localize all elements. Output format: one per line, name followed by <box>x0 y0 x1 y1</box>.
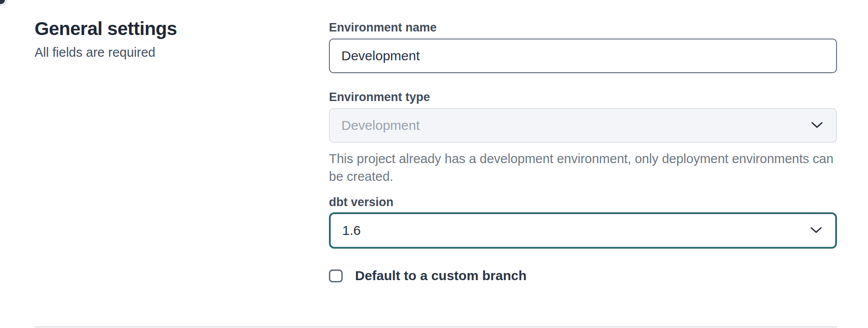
general-settings-section: General settings All fields are required… <box>0 0 868 283</box>
section-intro: General settings All fields are required <box>35 18 329 283</box>
environment-type-label: Environment type <box>329 90 837 105</box>
section-divider <box>35 326 837 328</box>
page-subtitle: All fields are required <box>35 44 329 60</box>
custom-branch-checkbox[interactable] <box>329 269 343 282</box>
page-title: General settings <box>35 18 329 40</box>
environment-type-select: Development <box>329 108 837 143</box>
dbt-version-label: dbt version <box>329 195 837 210</box>
dbt-version-select[interactable]: 1.6 <box>329 212 837 249</box>
chevron-down-icon <box>811 122 823 129</box>
chevron-down-icon <box>810 227 822 234</box>
environment-name-label: Environment name <box>329 20 837 35</box>
dbt-version-value: 1.6 <box>342 223 361 238</box>
environment-type-helper: This project already has a development e… <box>329 150 837 185</box>
environment-type-value: Development <box>341 118 420 133</box>
settings-form: Environment name Environment type Develo… <box>329 18 837 283</box>
environment-name-input[interactable] <box>329 39 837 73</box>
custom-branch-row: Default to a custom branch <box>329 268 837 283</box>
custom-branch-label[interactable]: Default to a custom branch <box>355 268 527 283</box>
